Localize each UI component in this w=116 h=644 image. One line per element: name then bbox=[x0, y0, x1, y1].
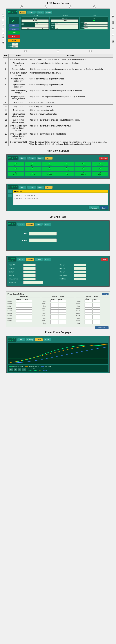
set-curve-btn[interactable]: Curve bbox=[35, 223, 43, 226]
pcs-p-Point6[interactable] bbox=[92, 310, 100, 312]
nav-curve-btn[interactable]: Curve bbox=[36, 11, 44, 14]
pcs-v-Point18[interactable] bbox=[50, 305, 58, 307]
grid-uv-field[interactable] bbox=[23, 274, 36, 277]
alert-alarm-btn[interactable]: Alarm bbox=[45, 156, 53, 160]
alert-curve-btn[interactable]: Curve bbox=[37, 156, 44, 160]
sp-setting-btn[interactable]: Setting bbox=[26, 258, 34, 261]
pcs-p-Point18[interactable] bbox=[58, 305, 66, 307]
nav-home-btn[interactable]: Home bbox=[19, 11, 26, 14]
set-setting-btn[interactable]: Setting bbox=[26, 223, 34, 226]
reset-button[interactable]: Reset bbox=[8, 39, 20, 42]
grid-1of-field[interactable] bbox=[74, 267, 86, 270]
alert-dismiss-btn[interactable]: Dismiss bbox=[99, 156, 108, 160]
pcs-v-Point12[interactable] bbox=[50, 320, 58, 322]
ams-field[interactable] bbox=[23, 278, 36, 280]
english-btn[interactable]: English bbox=[9, 28, 19, 30]
curve-nav-prev[interactable]: < bbox=[14, 368, 17, 371]
pcs-v-Point15[interactable] bbox=[50, 312, 58, 314]
chinese-btn[interactable]: 中文 bbox=[9, 24, 19, 28]
pcs-v-Point21[interactable] bbox=[16, 320, 24, 322]
input-uv-field[interactable] bbox=[23, 267, 36, 270]
pcs-v-Point24[interactable] bbox=[16, 312, 24, 314]
pcs-v-Point9[interactable] bbox=[85, 302, 92, 305]
pcs-v-Point20[interactable] bbox=[50, 300, 58, 302]
pcs-p-Point12[interactable] bbox=[58, 320, 66, 322]
pcs-v-Point26[interactable] bbox=[16, 308, 24, 310]
pcs-p-Point2[interactable] bbox=[92, 320, 100, 322]
pcs-p-Point4[interactable] bbox=[92, 315, 100, 317]
set-alarm-btn[interactable]: Alarm bbox=[43, 223, 51, 226]
pcs-p-Point24[interactable] bbox=[24, 312, 32, 314]
set-home-btn[interactable]: Home bbox=[17, 223, 25, 226]
pcs-p-Point7[interactable] bbox=[92, 308, 100, 310]
pcs-v-Point14[interactable] bbox=[50, 315, 58, 317]
pcs-v-Point7[interactable] bbox=[85, 308, 92, 310]
pcs-p-Point5[interactable] bbox=[92, 312, 100, 314]
pcs-v-Point28[interactable] bbox=[16, 302, 24, 305]
pcs-p-Point15[interactable] bbox=[58, 312, 66, 314]
pcs-p-Point19[interactable] bbox=[58, 302, 66, 305]
pcs-v-Point13[interactable] bbox=[50, 317, 58, 319]
pcs-p-Point13[interactable] bbox=[58, 317, 66, 319]
nav-alarm-btn[interactable]: Alarm bbox=[45, 11, 53, 14]
pcs-v-Point6[interactable] bbox=[85, 310, 92, 312]
curve-nav-next-next[interactable]: >> bbox=[22, 368, 26, 371]
max-power-field[interactable] bbox=[74, 274, 86, 277]
user-input[interactable] bbox=[29, 232, 57, 236]
pc-home-btn[interactable]: Home bbox=[17, 338, 25, 341]
nav-setting-btn[interactable]: Setting bbox=[27, 11, 36, 14]
grid-ov-field[interactable] bbox=[23, 271, 36, 273]
alert-home-btn[interactable]: Home bbox=[19, 156, 27, 160]
pcs-save-btn[interactable]: Save bbox=[102, 293, 108, 295]
pcs-v-Point22[interactable] bbox=[16, 317, 24, 319]
alert-det-home-btn[interactable]: Home bbox=[19, 186, 27, 189]
pc-curve-btn[interactable]: Curve bbox=[35, 338, 43, 341]
sp-home-btn[interactable]: Home bbox=[17, 258, 25, 261]
alert-det-setting-btn[interactable]: Setting bbox=[27, 186, 36, 189]
pcs-start-btn[interactable]: Start Point bbox=[95, 326, 108, 329]
pcs-p-Point10[interactable] bbox=[92, 300, 100, 302]
pcs-v-Point5[interactable] bbox=[85, 312, 92, 314]
sp-curve-btn[interactable]: Curve bbox=[35, 258, 43, 261]
curve-nav-next[interactable]: > bbox=[18, 368, 22, 371]
curve-nav-prev-prev[interactable]: << bbox=[9, 368, 13, 371]
pcs-p-Point25[interactable] bbox=[24, 310, 32, 312]
pcs-p-Point27[interactable] bbox=[24, 305, 32, 307]
start-time-field[interactable] bbox=[74, 278, 86, 280]
pcs-v-Point29[interactable] bbox=[16, 300, 24, 302]
pcs-v-Point16[interactable] bbox=[50, 310, 58, 312]
pcs-v-Point17[interactable] bbox=[50, 308, 58, 310]
pcs-p-Point8[interactable] bbox=[92, 305, 100, 307]
back-btn[interactable]: Back bbox=[100, 206, 108, 210]
scroll-down-btn[interactable]: ▼ bbox=[8, 194, 12, 197]
alert-det-curve-btn[interactable]: Curve bbox=[37, 186, 44, 189]
pcs-p-Point22[interactable] bbox=[24, 317, 32, 319]
pcs-v-Point19[interactable] bbox=[50, 302, 58, 305]
grid-of-field[interactable] bbox=[74, 264, 86, 266]
pcs-v-Point3[interactable] bbox=[85, 317, 92, 319]
input-ov-field[interactable] bbox=[23, 264, 36, 266]
start-button[interactable]: Start bbox=[8, 31, 20, 34]
pcs-p-Point11[interactable] bbox=[58, 322, 66, 324]
pcs-p-Point14[interactable] bbox=[58, 315, 66, 317]
pcs-p-Point16[interactable] bbox=[58, 310, 66, 312]
settings-save-btn[interactable]: Save bbox=[101, 258, 108, 261]
alert-setting-btn[interactable]: Setting bbox=[27, 156, 36, 160]
pcs-p-Point17[interactable] bbox=[58, 308, 66, 310]
pc-setting-btn[interactable]: Setting bbox=[26, 338, 34, 341]
pcs-p-Point20[interactable] bbox=[58, 300, 66, 302]
scroll-up-btn[interactable]: ▲ bbox=[8, 190, 12, 193]
pcs-v-Point8[interactable] bbox=[85, 305, 92, 307]
pcs-p-Point29[interactable] bbox=[24, 300, 32, 302]
pcs-v-Point2[interactable] bbox=[85, 320, 92, 322]
pcs-v-Point1[interactable] bbox=[85, 322, 92, 324]
pcs-p-Point21[interactable] bbox=[24, 320, 32, 322]
factory-input[interactable] bbox=[29, 238, 57, 242]
pcs-p-Point26[interactable] bbox=[24, 308, 32, 310]
pcs-p-Point3[interactable] bbox=[92, 317, 100, 319]
alert-det-alarm-btn[interactable]: Alarm bbox=[45, 186, 53, 189]
stop-button[interactable]: Stop bbox=[8, 35, 20, 38]
pcs-p-Point1[interactable] bbox=[92, 322, 100, 324]
sp-alarm-btn[interactable]: Alarm bbox=[43, 258, 51, 261]
refresh-btn[interactable]: Refresh bbox=[88, 206, 99, 210]
